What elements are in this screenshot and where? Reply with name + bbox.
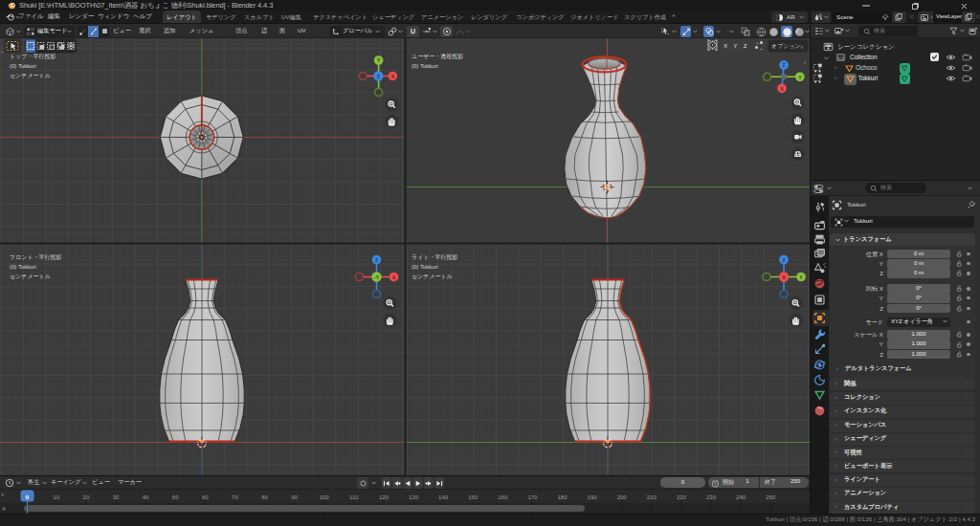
svg-text:180: 180 [557,494,568,500]
svg-text:10: 10 [53,494,59,500]
svg-text:200: 200 [617,494,628,500]
svg-text:オプション: オプション [771,43,801,50]
svg-text:Z: Z [377,74,380,79]
svg-text:80: 80 [261,494,268,500]
svg-text:120: 120 [379,494,390,500]
svg-text:›: › [1,49,3,55]
svg-text:170: 170 [527,494,538,500]
svg-text:250: 250 [766,494,776,500]
svg-text:90: 90 [291,494,298,500]
svg-text:フロント・平行投影: フロント・平行投影 [10,253,62,260]
svg-text:-Y: -Y [374,274,380,280]
svg-text:50: 50 [172,494,179,500]
svg-text:ライト・平行投影: ライト・平行投影 [412,253,457,260]
svg-text:センチメートル: センチメートル [10,274,52,279]
svg-text:140: 140 [438,494,449,500]
svg-text:190: 190 [588,494,598,500]
svg-text:(0) Tokkuri: (0) Tokkuri [412,264,438,270]
svg-text:(0) Tokkuri: (0) Tokkuri [10,264,36,270]
svg-text:220: 220 [677,494,687,500]
svg-text:(0) Tokkuri: (0) Tokkuri [10,63,36,69]
svg-text:150: 150 [468,494,479,500]
svg-text:100: 100 [320,494,330,500]
svg-text:20: 20 [83,494,90,500]
svg-text:X: X [724,43,727,49]
svg-text:ユーザー・透視投影: ユーザー・透視投影 [412,53,463,60]
svg-text:230: 230 [706,494,717,500]
svg-text:v: v [801,44,804,50]
svg-text:Z: Z [782,62,785,68]
svg-text:130: 130 [409,494,419,500]
svg-text:210: 210 [647,494,657,500]
svg-text:Z: Z [375,257,378,263]
svg-text:‹: ‹ [804,59,806,66]
svg-text:30: 30 [113,494,120,500]
svg-text:(0) Tokkuri: (0) Tokkuri [412,63,438,69]
svg-text:Z: Z [782,257,785,263]
svg-text:›: › [1,490,4,499]
svg-text:160: 160 [498,494,508,500]
svg-text:60: 60 [202,494,209,500]
svg-text:トップ・平行投影: トップ・平行投影 [10,53,56,59]
svg-text:70: 70 [232,494,238,500]
svg-text:センチメートル: センチメートル [412,274,454,279]
svg-text:センチメートル: センチメートル [10,73,52,78]
svg-text:240: 240 [736,494,746,500]
svg-text:40: 40 [143,494,149,500]
svg-text:Y: Y [734,43,738,49]
svg-text:110: 110 [349,494,359,500]
